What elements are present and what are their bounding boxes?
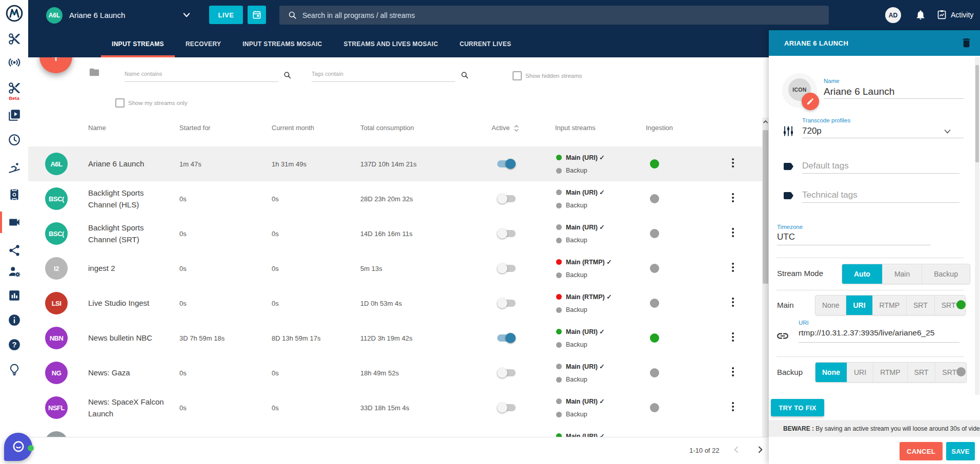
tab-current-lives[interactable]: CURRENT LIVES (449, 30, 522, 57)
stream-mode-option-main[interactable]: Main (883, 264, 922, 284)
row-menu-button[interactable] (729, 367, 737, 378)
active-toggle[interactable] (497, 228, 516, 239)
table-row[interactable]: BSC( Backlight Sports Channel (HLS) 0s 0… (28, 181, 769, 216)
backup-input-option-rtmp[interactable]: RTMP (873, 363, 907, 382)
program-chevron-down-icon[interactable] (182, 12, 191, 19)
main-input-option-none[interactable]: None (815, 296, 846, 315)
main-input-option-uri[interactable]: URI (846, 296, 872, 315)
app-logo[interactable] (0, 4, 28, 23)
technical-tags-input[interactable]: Technical tags (802, 190, 858, 200)
uri-value[interactable]: rtmp://10.31.2.37:3935/live/ariane6_25 (799, 328, 934, 338)
program-avatar[interactable]: A6L (46, 7, 63, 24)
table-row[interactable]: NSFL News: SpaceX Falcon Launch 0s 0s 33… (28, 390, 769, 425)
panel-title: ARIANE 6 LAUNCH (784, 39, 848, 47)
timezone-value[interactable]: UTC (777, 232, 795, 242)
try-to-fix-button[interactable]: TRY TO FIX (771, 399, 824, 416)
active-sort-icon[interactable] (513, 124, 520, 133)
edit-icon-button[interactable] (802, 93, 819, 110)
stream-mode-option-auto[interactable]: Auto (842, 264, 883, 284)
sidebar-item-ski-sports[interactable] (0, 161, 28, 175)
sidebar-item-analytics[interactable] (0, 289, 28, 302)
sidebar-item-stadium[interactable] (0, 188, 28, 201)
table-row[interactable]: NG News: Gaza 0s 0s 18h 49m 52s Main (UR… (28, 355, 769, 390)
global-search-input[interactable]: Search in all programs / all streams (279, 6, 829, 25)
table-row[interactable]: BSC( Backlight Sports Channel (SRT) 0s 0… (28, 216, 769, 251)
active-toggle[interactable] (497, 298, 516, 308)
table-row[interactable]: NBN News bulletin NBC 3D 7h 59m 18s 8D 1… (28, 321, 769, 355)
sidebar-item-clip-beta[interactable]: Beta (0, 81, 28, 101)
tab-streams-and-lives-mosaic[interactable]: STREAMS AND LIVES MOSAIC (333, 30, 449, 57)
sidebar-item-help[interactable]: ? (0, 338, 28, 351)
sidebar-item-user-settings[interactable] (0, 265, 28, 278)
col-header-active[interactable]: Active (492, 124, 509, 132)
main-stream-dot (556, 189, 562, 195)
sidebar-item-info[interactable] (0, 313, 28, 327)
row-menu-button[interactable] (729, 228, 737, 239)
sidebar-item-share[interactable] (0, 244, 28, 257)
row-menu-button[interactable] (729, 402, 737, 413)
transcode-chevron-down-icon[interactable] (943, 129, 952, 135)
name-field-value[interactable]: Ariane 6 Launch (824, 86, 894, 97)
current-month-value: 0s (272, 230, 279, 238)
sidebar-item-input-streams[interactable] (0, 216, 28, 229)
delete-stream-trash-icon[interactable] (961, 37, 972, 49)
table-row[interactable]: A6L Ariane 6 Launch 1m 47s 1h 31m 49s 13… (28, 146, 769, 181)
live-button[interactable]: LIVE (209, 6, 243, 24)
save-button[interactable]: SAVE (946, 442, 975, 460)
soccer-field-icon (8, 188, 21, 201)
tab-input-streams[interactable]: INPUT STREAMS (101, 30, 175, 57)
tags-search-icon[interactable] (460, 71, 469, 79)
tab-recovery[interactable]: RECOVERY (175, 30, 232, 57)
show-hidden-checkbox[interactable] (513, 71, 522, 80)
user-avatar[interactable]: AD (885, 7, 901, 23)
table-row[interactable]: Main (URI) ✓ Backup (28, 425, 769, 437)
panel-scrollbar[interactable] (975, 57, 979, 395)
activity-button[interactable]: Activity (936, 9, 973, 20)
sidebar-item-history[interactable] (0, 133, 28, 146)
topbar: A6L Ariane 6 Launch LIVE Search in all p… (28, 0, 980, 30)
show-mine-checkbox[interactable] (115, 98, 125, 108)
backup-stream-label: Backup (566, 376, 587, 383)
name-search-icon[interactable] (283, 71, 292, 79)
transcode-value[interactable]: 720p (802, 126, 822, 136)
notifications-bell-icon[interactable] (915, 9, 926, 20)
active-toggle[interactable] (497, 368, 516, 378)
row-menu-button[interactable] (729, 298, 737, 308)
main-input-option-srt[interactable]: SRT (907, 296, 935, 315)
table-scrollbar-thumb[interactable] (763, 130, 768, 284)
row-menu-button[interactable] (729, 193, 737, 204)
row-menu-button[interactable] (729, 332, 737, 343)
active-toggle[interactable] (497, 403, 516, 413)
pagination-next-icon[interactable] (755, 445, 765, 455)
active-toggle[interactable] (497, 194, 516, 204)
pagination-prev-icon[interactable] (731, 445, 742, 455)
table-scrollbar[interactable] (762, 118, 769, 439)
tab-input-streams-mosaic[interactable]: INPUT STREAMS MOSAIC (232, 30, 333, 57)
active-toggle[interactable] (497, 159, 516, 169)
active-toggle[interactable] (497, 333, 516, 343)
backup-input-option-uri[interactable]: URI (847, 363, 873, 382)
panel-scrollbar-thumb[interactable] (975, 65, 979, 162)
active-toggle[interactable] (497, 263, 516, 273)
name-contains-input[interactable]: Name contains (125, 71, 278, 82)
sidebar-item-clip[interactable] (0, 32, 28, 46)
sidebar-item-video-library[interactable] (0, 109, 28, 122)
default-tags-input[interactable]: Default tags (802, 161, 849, 171)
stream-mode-option-backup[interactable]: Backup (922, 264, 970, 284)
backup-input-option-none[interactable]: None (815, 363, 847, 382)
main-input-option-rtmp[interactable]: RTMP (873, 296, 907, 315)
sidebar-item-ideas[interactable] (0, 363, 28, 376)
tags-contain-input[interactable]: Tags contain (312, 71, 455, 82)
calendar-button[interactable] (248, 6, 266, 24)
col-header-input-streams: Input streams (555, 124, 596, 132)
row-menu-button[interactable] (729, 158, 737, 169)
cancel-button[interactable]: CANCEL (900, 442, 943, 460)
support-chat-button[interactable] (4, 433, 32, 461)
backup-input-option-srt[interactable]: SRT (908, 363, 936, 382)
table-row[interactable]: LSI Live Studio Ingest 0s 0s 1D 0h 53m 4… (28, 286, 769, 321)
sidebar-item-live-broadcast[interactable] (0, 56, 28, 69)
row-menu-button[interactable] (729, 263, 737, 273)
backup-stream-dot (556, 238, 562, 243)
table-row[interactable]: I2 ingest 2 0s 0s 5m 13s Main (RTMP) ✓ B… (28, 251, 769, 286)
folder-icon[interactable] (89, 67, 100, 78)
